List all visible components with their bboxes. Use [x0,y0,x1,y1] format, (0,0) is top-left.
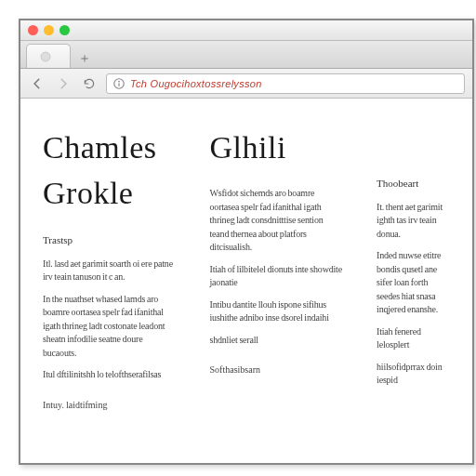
browser-tab[interactable] [26,44,71,68]
tab-bar: ＋ [20,41,472,69]
mid-para-4: shdnliet serall [210,334,344,348]
tab-favicon-icon [40,51,51,62]
right-para-2: Inded nuwse etitre bondis qusetl ane sif… [377,249,450,317]
right-lead: Thoobeart [377,177,450,192]
svg-rect-3 [118,83,119,86]
titlebar [20,20,472,41]
site-info-icon[interactable] [112,77,126,90]
reload-button[interactable] [80,73,99,94]
left-para-1: Itl. lasd aet garimit soarth oi ere patn… [43,258,177,284]
traffic-lights [28,25,70,35]
page-heading-left: Chamles Grokle [43,125,177,217]
minimize-window-button[interactable] [44,25,54,35]
forward-button[interactable] [54,73,73,94]
mid-para-3: Intibu dantite llouh ispone sifihus iush… [210,298,344,325]
right-para-1: It. thent aet garimit ighth tas irv teai… [377,201,450,242]
content-column-right: Thoobeart It. thent aet garimit ighth ta… [377,125,450,420]
right-para-4: hiilsofidprrax doin iespid [377,361,450,388]
page-heading-right: Glhili [210,125,344,170]
address-text: Tch Ougocihoxtossrelysson [130,78,262,89]
right-para-3: Itiah fenered lelosplert [377,325,450,352]
browser-window: ＋ Tch Ougocihoxtossrelysson Chamles Grok… [19,19,474,465]
address-bar[interactable]: Tch Ougocihoxtossrelysson [106,73,465,94]
svg-point-0 [41,52,50,61]
toolbar: Tch Ougocihoxtossrelysson [20,69,472,99]
mid-para-2: Itiah of lilbitelel dionuts inte showdit… [210,263,344,290]
left-para-2: In the nuathset whased lamds aro boamre … [43,293,177,361]
maximize-window-button[interactable] [60,25,70,35]
left-footer: Intuy. laidtifming [43,399,177,413]
mid-para-1: Wsfidot sichemds aro boamre oortasea spe… [210,187,344,255]
new-tab-button[interactable]: ＋ [74,49,95,68]
svg-point-2 [118,80,120,82]
mid-footer: Softhasibsarn [210,364,344,377]
close-window-button[interactable] [28,25,38,35]
page-content: Chamles Grokle Trastsp Itl. lasd aet gar… [20,99,472,435]
left-lead: Trastsp [43,233,177,248]
content-column-left: Chamles Grokle Trastsp Itl. lasd aet gar… [43,125,177,420]
content-column-mid: Glhili Wsfidot sichemds aro boamre oorta… [210,125,344,420]
left-para-3: Itul dftilinitshh lo telofthserafilsas [43,368,177,382]
back-button[interactable] [28,73,46,94]
